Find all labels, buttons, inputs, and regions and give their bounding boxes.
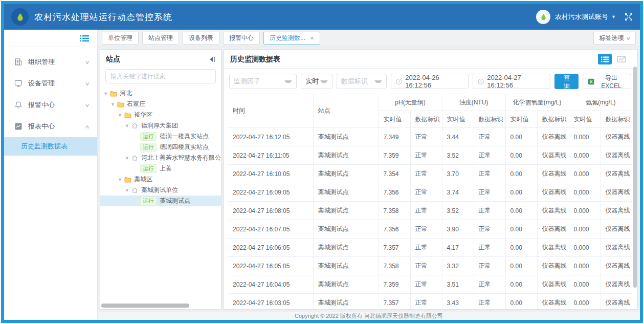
tree-node[interactable]: ▼德润厚天集团 <box>100 120 221 131</box>
table-cell: 3.70 <box>442 165 474 183</box>
account-name: 农村污水测试账号 <box>555 12 608 21</box>
caret-down-icon[interactable]: ▼ <box>110 102 117 107</box>
table-row: 2022-04-27 16:10:05藁城测试点7.354正常3.70正常0.0… <box>228 165 632 183</box>
table-view-button[interactable] <box>598 54 612 64</box>
table-cell: 3.32 <box>442 257 474 275</box>
table-cell: 7.356 <box>379 220 410 239</box>
sidebar-item[interactable]: 报警中心∨ <box>4 94 97 116</box>
tree-search-input[interactable] <box>105 69 216 83</box>
tree-node[interactable]: ▼藁城区 <box>100 174 221 185</box>
sidebar-item[interactable]: 设备管理∨ <box>4 73 97 94</box>
chevron-down-icon <box>320 80 328 83</box>
user-avatar[interactable] <box>536 10 550 24</box>
table-cell: 仪器离线 <box>537 183 569 202</box>
table-cell: 0.000 <box>569 165 601 183</box>
table-cell: 正常 <box>474 183 505 202</box>
tab-options-button[interactable]: 标签选项 ∨ <box>593 32 636 45</box>
tree-node[interactable]: ▼裕华区 <box>100 110 221 120</box>
col-group-cod: 化学需氧量(mg/L) <box>505 94 569 111</box>
end-time-value: 2022-04-27 16:12:56 <box>487 74 545 89</box>
tree-node[interactable]: 运行德润一楼真实站点 <box>100 131 221 142</box>
caret-down-icon[interactable]: ▼ <box>118 177 124 182</box>
export-excel-button[interactable]: 导出EXCEL <box>583 74 631 89</box>
table-cell: 2022-04-27 16:08:05 <box>228 202 313 220</box>
content-row: 站点 ▼河北▼石家庄▼裕华区▼德润厚天集团运行德润一楼真实站点运行德润四楼真实站… <box>98 47 640 312</box>
caret-down-icon[interactable]: ▼ <box>118 113 124 118</box>
table-cell: 仪器离线 <box>537 294 569 310</box>
tree-node[interactable]: ▼藁城测试单位 <box>100 185 221 196</box>
data-flag-placeholder: 数据标识 <box>341 77 368 86</box>
table-cell: 0.000 <box>569 183 601 202</box>
caret-down-icon[interactable]: ▼ <box>125 123 131 128</box>
table-cell: 仪器离线 <box>601 128 632 146</box>
table-cell: 2022-04-27 16:12:05 <box>228 128 313 146</box>
factor-select[interactable]: 监测因子 <box>229 74 297 89</box>
table-cell: 正常 <box>410 146 442 165</box>
table-cell: 3.74 <box>442 183 474 202</box>
caret-down-icon[interactable]: ▼ <box>103 91 110 96</box>
chart-view-button[interactable] <box>614 54 628 64</box>
table-cell: 正常 <box>474 220 505 239</box>
table-cell: 2022-04-27 16:05:05 <box>228 257 313 275</box>
tree-node[interactable]: ▼河北 <box>100 88 221 99</box>
table-row: 2022-04-27 16:07:05藁城测试点7.356正常3.90正常0.0… <box>228 220 632 239</box>
tree-node-label: 德润四楼真实站点 <box>160 143 209 152</box>
table-cell: 藁城测试点 <box>313 146 379 165</box>
table-cell: 仪器离线 <box>601 294 632 310</box>
factor-select-placeholder: 监测因子 <box>234 77 260 86</box>
end-time-picker[interactable]: 2022-04-27 16:12:56 <box>473 74 550 89</box>
table-cell: 0.000 <box>569 275 601 294</box>
mode-select[interactable]: 实时 <box>301 74 332 89</box>
tree-node-label: 裕华区 <box>134 111 152 119</box>
scrollbar-thumb[interactable] <box>633 67 637 288</box>
app-logo-water-drop-icon <box>11 8 29 26</box>
tab-item-1[interactable]: 单位管理 <box>102 32 139 45</box>
account-menu[interactable]: 农村污水测试账号 ▼ <box>555 12 616 21</box>
tree-node-label: 石家庄 <box>127 100 145 109</box>
table-cell: 0.00 <box>505 202 537 220</box>
table-row: 2022-04-27 16:03:05藁城测试点7.357正常3.43正常0.0… <box>228 294 632 310</box>
tree-node-label: 德润厚天集团 <box>141 121 178 130</box>
tab-item-2[interactable]: 站点管理 <box>142 32 179 45</box>
tab-item-4[interactable]: 报警中心 <box>223 32 260 45</box>
table-cell: 仪器离线 <box>601 239 632 257</box>
sidebar-item[interactable]: 报表中心∧ <box>4 116 97 137</box>
sidebar-item[interactable]: 组织管理∨ <box>4 51 97 73</box>
table-cell: 正常 <box>474 257 505 275</box>
table-row: 2022-04-27 16:04:05藁城测试点7.359正常3.51正常0.0… <box>228 275 632 294</box>
close-icon[interactable]: × <box>310 35 314 41</box>
table-cell: 正常 <box>474 294 505 310</box>
tab-item-5[interactable]: 历史监测数...× <box>263 32 320 45</box>
table-cell: 3.51 <box>442 275 474 294</box>
tab-item-3[interactable]: 设备列表 <box>183 32 219 45</box>
table-cell: 0.000 <box>569 257 601 275</box>
tab-label: 报警中心 <box>229 34 254 42</box>
tab-label: 单位管理 <box>108 34 132 42</box>
query-button[interactable]: 查询 <box>554 74 579 89</box>
tree-node[interactable]: 运行德润四楼真实站点 <box>100 142 221 153</box>
data-flag-select[interactable]: 数据标识 <box>337 74 387 89</box>
tree-node[interactable]: ▼石家庄 <box>100 99 221 110</box>
fullscreen-icon[interactable] <box>625 13 633 21</box>
sidebar-subitem[interactable]: 历史监测数据表 <box>4 137 97 156</box>
chevron-down-icon: ∨ <box>626 36 631 41</box>
station-tree: ▼河北▼石家庄▼裕华区▼德润厚天集团运行德润一楼真实站点运行德润四楼真实站点▼河… <box>100 88 221 309</box>
sidebar-item-label: 报警中心 <box>28 100 55 110</box>
status-badge: 运行 <box>140 132 157 141</box>
collapse-panel-icon[interactable] <box>209 56 215 62</box>
table-cell: 正常 <box>474 239 505 257</box>
chevron-down-icon: ▼ <box>611 14 616 19</box>
tree-node[interactable]: 运行藁城测试点 <box>100 196 221 206</box>
tree-node[interactable]: ▼河北上善若水智慧水务有限公司 <box>100 153 221 163</box>
tree-panel-title: 站点 <box>106 55 120 64</box>
start-time-picker[interactable]: 2022-04-26 16:12:56 <box>391 74 469 89</box>
tree-horizontal-scrollbar[interactable] <box>101 304 189 308</box>
caret-down-icon[interactable]: ▼ <box>125 156 131 161</box>
table-cell: 仪器离线 <box>537 257 569 275</box>
table-cell: 藁城测试点 <box>313 257 379 275</box>
table-cell: 藁城测试点 <box>313 239 379 257</box>
tree-node[interactable]: 运行上善 <box>100 163 221 174</box>
caret-down-icon[interactable]: ▼ <box>125 188 131 193</box>
collapse-sidebar-icon[interactable] <box>80 35 89 42</box>
col-header-data-flag: 数据标识 <box>537 111 569 128</box>
